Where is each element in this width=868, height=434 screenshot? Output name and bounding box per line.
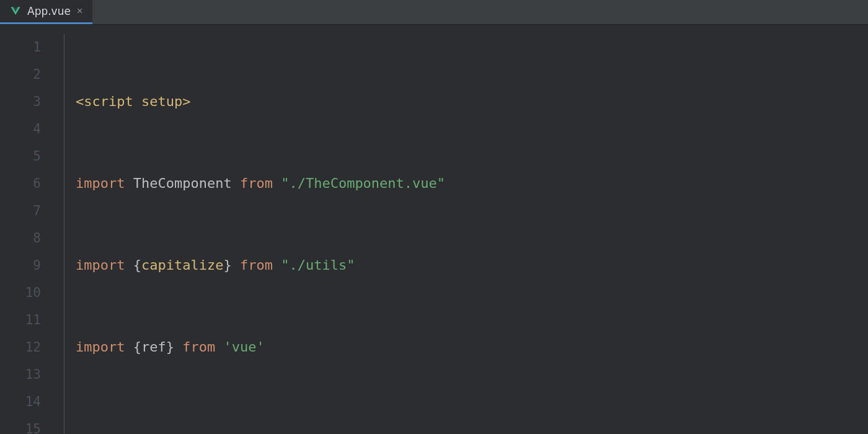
close-icon[interactable]: × [77, 6, 82, 17]
code-content[interactable]: <script setup> import TheComponent from … [76, 25, 498, 434]
code-line[interactable]: import TheComponent from "./TheComponent… [76, 170, 498, 197]
string: 'vue' [223, 339, 264, 355]
code-line[interactable]: import {capitalize} from "./utils" [76, 252, 498, 279]
fold-guide-line [64, 33, 64, 434]
tag-close: > [182, 94, 190, 109]
line-number: 11 [0, 306, 41, 334]
line-number: 14 [0, 388, 41, 415]
line-number: 3 [0, 88, 41, 115]
keyword: import [76, 175, 125, 191]
tag-attr: setup [133, 94, 182, 109]
line-number: 8 [0, 224, 41, 252]
tab-bar: App.vue × [0, 0, 868, 25]
line-number: 4 [0, 115, 41, 143]
line-number: 2 [0, 61, 41, 88]
code-line[interactable]: import {ref} from 'vue' [76, 334, 498, 361]
string: "./utils" [281, 257, 355, 273]
editor-tab[interactable]: App.vue × [0, 0, 92, 24]
line-number-gutter: 1 2 3 4 5 6 7 8 9 10 11 12 13 14 15 [0, 25, 62, 434]
identifier: TheComponent [133, 175, 232, 191]
code-line[interactable]: <script setup> [76, 88, 498, 115]
line-number: 6 [0, 170, 41, 197]
code-line[interactable] [76, 415, 498, 434]
keyword: from [182, 339, 215, 355]
identifier: capitalize [141, 257, 223, 273]
fold-gutter [62, 25, 76, 434]
line-number: 13 [0, 361, 41, 388]
vue-file-icon [10, 6, 21, 17]
tag-name: script [84, 94, 133, 109]
tag-open: < [76, 94, 84, 109]
line-number: 9 [0, 252, 41, 279]
string: "./TheComponent.vue" [281, 175, 445, 191]
line-number: 7 [0, 197, 41, 224]
line-number: 12 [0, 334, 41, 361]
keyword: import [76, 339, 125, 355]
line-number: 15 [0, 415, 41, 434]
line-number: 5 [0, 143, 41, 170]
code-editor[interactable]: 1 2 3 4 5 6 7 8 9 10 11 12 13 14 15 <scr… [0, 25, 868, 434]
line-number: 1 [0, 33, 41, 61]
keyword: import [76, 257, 125, 273]
keyword: from [240, 175, 273, 191]
tab-filename: App.vue [27, 5, 71, 17]
line-number: 10 [0, 279, 41, 306]
keyword: from [240, 257, 273, 273]
identifier: ref [141, 339, 166, 355]
